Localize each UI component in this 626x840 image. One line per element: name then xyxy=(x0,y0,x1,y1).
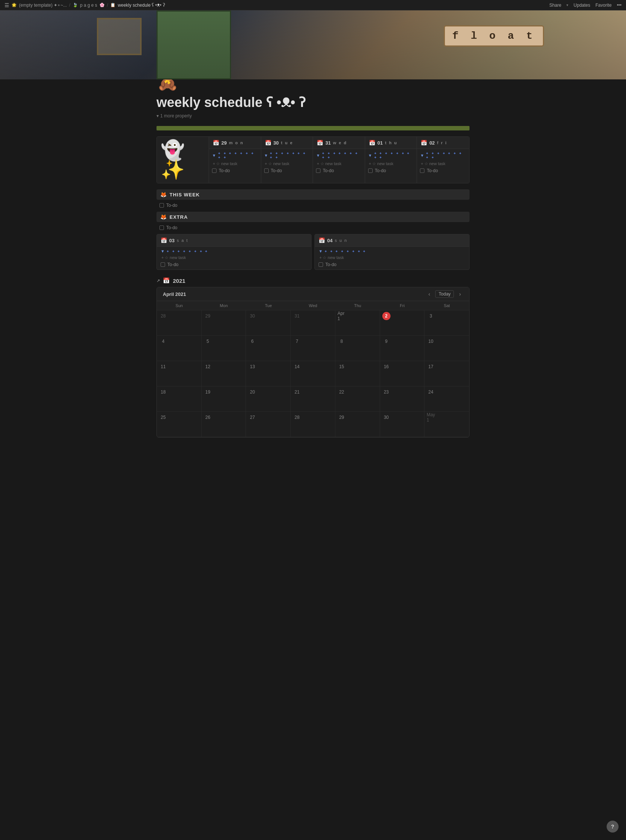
calendar-day-headers: Sun Mon Tue Wed Thu Fri Sat xyxy=(157,301,469,310)
cal-cell-0-1[interactable]: 29 xyxy=(202,310,246,336)
cell-date: 28 xyxy=(159,312,167,320)
cell-date: 18 xyxy=(159,388,167,396)
cal-cell-4-2[interactable]: 27 xyxy=(246,412,291,437)
cell-date: 30 xyxy=(248,312,257,320)
task-group-tue[interactable]: ▼ ✦ ✦ ✦ ✦ ✦ ✦ ✦ ✦ ✦ xyxy=(264,151,310,160)
day-header-mon: 📅 29 m o n xyxy=(209,137,261,149)
new-task-tue[interactable]: + ☆ new task xyxy=(264,161,310,167)
cal-cell-3-4[interactable]: 22 xyxy=(335,386,380,412)
more-property-toggle[interactable]: ▾ 1 more property xyxy=(156,113,470,119)
new-task-sat[interactable]: + ☆ new task xyxy=(161,255,307,261)
fox-icon-1: 🦊 xyxy=(160,192,167,197)
cal-header-tue: Tue xyxy=(246,301,291,310)
new-task-wed[interactable]: + ☆ new task xyxy=(316,161,362,167)
checkbox-tue[interactable] xyxy=(264,169,269,173)
cell-date: 4 xyxy=(159,337,167,346)
cal-cell-3-5[interactable]: 23 xyxy=(380,386,425,412)
todo-wed: To-do xyxy=(316,168,362,173)
todo-sat: To-do xyxy=(161,262,307,267)
checkbox-sat[interactable] xyxy=(161,262,165,267)
cal-cell-4-0[interactable]: 25 xyxy=(157,412,202,437)
cal-cell-1-2[interactable]: 6 xyxy=(246,336,291,361)
cal-cell-4-3[interactable]: 28 xyxy=(291,412,335,437)
task-group-wed[interactable]: ▼ ✦ ✦ ✦ ✦ ✦ ✦ ✦ ✦ ✦ xyxy=(316,151,362,160)
checkbox-fri[interactable] xyxy=(420,169,424,173)
external-link-icon: ↗ xyxy=(156,278,160,283)
this-week-header[interactable]: 🦊 THIS WEEK xyxy=(156,189,470,200)
cell-date: 13 xyxy=(248,363,257,371)
extra-todo: To-do xyxy=(156,224,470,231)
breadcrumb-current: weekly schedule ʕ •ᴥ• ʔ xyxy=(118,3,165,8)
cal-cell-1-0[interactable]: 4 xyxy=(157,336,202,361)
cal-cell-0-6[interactable]: 3 xyxy=(424,310,469,336)
cal-cell-0-4[interactable]: Apr 1 xyxy=(335,310,380,336)
calendar-nav-buttons: ‹ Today › xyxy=(426,290,463,298)
weekend-grid: 📅 03 s a t ▼ ✦ ✦ ✦ ✦ ✦ ✦ ✦ ✦ + ☆ new tas… xyxy=(156,234,470,270)
cal-cell-3-2[interactable]: 20 xyxy=(246,386,291,412)
checkbox-this-week[interactable] xyxy=(160,203,164,208)
cal-cell-0-2[interactable]: 30 xyxy=(246,310,291,336)
task-group-thu[interactable]: ▼ ✦ ✦ ✦ ✦ ✦ ✦ ✦ ✦ ✦ xyxy=(368,151,414,160)
task-group-sun[interactable]: ▼ ✦ ✦ ✦ ✦ ✦ ✦ ✦ ✦ xyxy=(319,249,465,253)
updates-button[interactable]: Updates xyxy=(573,3,590,8)
share-button[interactable]: Share xyxy=(549,3,561,8)
checkbox-mon[interactable] xyxy=(212,169,216,173)
checkbox-thu[interactable] xyxy=(368,169,372,173)
new-task-sun[interactable]: + ☆ new task xyxy=(319,255,465,261)
cal-cell-1-5[interactable]: 9 xyxy=(380,336,425,361)
day-header-tue: 📅 30 t u e xyxy=(261,137,313,149)
cal-cell-2-5[interactable]: 16 xyxy=(380,361,425,386)
cell-date: 21 xyxy=(293,388,301,396)
cal-cell-3-6[interactable]: 24 xyxy=(424,386,469,412)
cal-cell-4-1[interactable]: 26 xyxy=(202,412,246,437)
cal-cell-4-6[interactable]: May 1 xyxy=(424,412,469,437)
checkbox-extra[interactable] xyxy=(160,225,164,230)
cal-cell-1-6[interactable]: 10 xyxy=(424,336,469,361)
prev-month-button[interactable]: ‹ xyxy=(426,290,433,298)
cal-cell-2-0[interactable]: 11 xyxy=(157,361,202,386)
cal-cell-2-6[interactable]: 17 xyxy=(424,361,469,386)
cell-date: 17 xyxy=(427,363,435,371)
page-title[interactable]: weekly schedule ʕ •ᴥ• ʔ xyxy=(156,94,470,110)
cal-cell-3-1[interactable]: 19 xyxy=(202,386,246,412)
help-button[interactable]: ? xyxy=(607,821,618,832)
checkbox-wed[interactable] xyxy=(316,169,321,173)
this-week-label: THIS WEEK xyxy=(169,192,200,197)
cal-cell-3-0[interactable]: 18 xyxy=(157,386,202,412)
new-task-thu[interactable]: + ☆ new task xyxy=(368,161,414,167)
cal-cell-1-1[interactable]: 5 xyxy=(202,336,246,361)
cal-cell-1-3[interactable]: 7 xyxy=(291,336,335,361)
cal-cell-3-3[interactable]: 21 xyxy=(291,386,335,412)
new-task-mon[interactable]: + ☆ new task xyxy=(212,161,258,167)
next-month-button[interactable]: › xyxy=(457,290,463,298)
cal-cell-4-4[interactable]: 29 xyxy=(335,412,380,437)
checkbox-sun[interactable] xyxy=(319,262,323,267)
cal-cell-1-4[interactable]: 8 xyxy=(335,336,380,361)
day-header-thu: 📅 01 t h u xyxy=(365,137,417,149)
new-task-fri[interactable]: + ☆ new task xyxy=(420,161,466,167)
cal-cell-0-3[interactable]: 31 xyxy=(291,310,335,336)
calendar-nav: April 2021 ‹ Today › xyxy=(157,287,469,301)
cal-cell-2-3[interactable]: 14 xyxy=(291,361,335,386)
cell-date: 19 xyxy=(204,388,212,396)
cell-date: 7 xyxy=(293,337,301,346)
share-arrow-icon[interactable]: ▾ xyxy=(567,3,568,7)
calendar-title-row[interactable]: ↗ 📅 2021 xyxy=(156,277,470,284)
day-header-fri: 📅 02 f r i xyxy=(417,137,469,149)
cal-cell-2-1[interactable]: 12 xyxy=(202,361,246,386)
cal-cell-4-5[interactable]: 30 xyxy=(380,412,425,437)
task-group-fri[interactable]: ▼ ✦ ✦ ✦ ✦ ✦ ✦ ✦ ✦ ✦ xyxy=(420,151,466,160)
more-button[interactable]: ••• xyxy=(617,3,621,8)
cal-cell-2-2[interactable]: 13 xyxy=(246,361,291,386)
today-button[interactable]: Today xyxy=(435,290,454,298)
cal-cell-0-0[interactable]: 28 xyxy=(157,310,202,336)
task-group-mon[interactable]: ▼ ✦ ✦ ✦ ✦ ✦ ✦ ✦ ✦ ✦ xyxy=(212,151,258,160)
extra-header[interactable]: 🦊 EXTRA xyxy=(156,212,470,222)
cal-cell-2-4[interactable]: 15 xyxy=(335,361,380,386)
day-col-mon: 📅 29 m o n ▼ ✦ ✦ ✦ ✦ ✦ ✦ ✦ ✦ ✦ + ☆ new t… xyxy=(209,137,261,183)
favorite-button[interactable]: Favorite xyxy=(595,3,612,8)
cell-date: 22 xyxy=(338,388,346,396)
task-group-sat[interactable]: ▼ ✦ ✦ ✦ ✦ ✦ ✦ ✦ ✦ xyxy=(161,249,307,253)
cal-cell-0-5[interactable]: 2 xyxy=(380,310,425,336)
menu-icon[interactable]: ☰ xyxy=(5,2,9,8)
